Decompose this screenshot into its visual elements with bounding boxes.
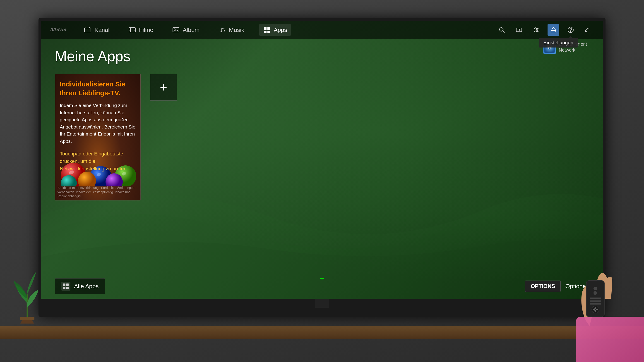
svg-point-53 (594, 287, 597, 290)
bottom-bar: Alle Apps OPTIONS Optionen (41, 278, 603, 294)
svg-rect-49 (66, 287, 68, 289)
all-apps-button[interactable]: Alle Apps (55, 278, 105, 294)
nav-item-kanal[interactable]: Kanal (80, 24, 113, 36)
remote-hand (576, 253, 621, 326)
nav-item-album[interactable]: Album (168, 24, 203, 36)
nav-label-apps: Apps (274, 26, 287, 33)
all-apps-grid-icon (61, 282, 70, 291)
svg-rect-56 (590, 301, 601, 302)
svg-point-13 (224, 30, 225, 31)
apps-area: + (150, 74, 589, 200)
svg-point-25 (536, 29, 538, 30)
suitcase-button[interactable] (548, 24, 559, 36)
svg-rect-0 (84, 28, 91, 32)
help-button[interactable] (565, 24, 576, 36)
shelf (0, 326, 644, 339)
nav-label-musik: Musik (229, 26, 244, 33)
nav-item-apps[interactable]: Apps (259, 24, 291, 36)
svg-point-31 (570, 31, 571, 32)
svg-rect-57 (590, 303, 601, 305)
plant-decoration (11, 263, 43, 326)
add-app-plus-icon: + (160, 81, 167, 94)
svg-point-24 (535, 27, 536, 29)
promo-text: Individualisieren Sie Ihren Lieblings-TV… (55, 74, 140, 178)
tv-stand (288, 299, 356, 317)
add-app-button[interactable]: + (150, 74, 177, 101)
nav-label-filme: Filme (139, 26, 154, 33)
svg-point-18 (500, 27, 503, 31)
photo-icon (172, 26, 180, 34)
svg-rect-17 (268, 31, 270, 33)
settings-small-button[interactable] (530, 24, 542, 36)
promo-instruction: Touchpad oder Eingabetaste drücken, um d… (60, 150, 136, 172)
music-icon (218, 26, 226, 34)
search-button[interactable] (496, 24, 508, 36)
nav-item-musik[interactable]: Musik (214, 24, 248, 36)
nav-bar: BRAVIA Kanal (41, 21, 603, 39)
svg-rect-3 (129, 27, 136, 32)
tv-icon (84, 26, 92, 34)
rss-button[interactable] (582, 24, 594, 36)
promo-card: Individualisieren Sie Ihren Lieblings-TV… (55, 74, 141, 200)
svg-rect-16 (264, 31, 266, 33)
content-layout: Individualisieren Sie Ihren Lieblings-TV… (55, 74, 589, 200)
svg-rect-10 (173, 27, 179, 32)
promo-body: Indem Sie eine Verbindung zum Internet h… (60, 102, 136, 145)
apps-grid: + (150, 74, 589, 101)
apps-icon (263, 26, 271, 34)
svg-point-12 (220, 31, 222, 32)
page-title: Meine Apps (55, 48, 589, 65)
input-button[interactable] (513, 24, 525, 36)
power-indicator (320, 278, 324, 279)
main-content: Meine Apps (41, 39, 603, 299)
tv-stand-base (288, 308, 356, 317)
svg-rect-50 (20, 317, 34, 320)
svg-rect-14 (264, 27, 266, 30)
nav-items: Kanal Film (80, 24, 496, 36)
svg-rect-55 (590, 298, 601, 299)
svg-rect-46 (63, 284, 66, 286)
options-key: OPTIONS (525, 281, 561, 292)
tv-unit: BRAVIA Kanal (38, 18, 606, 317)
nav-right-icons (496, 24, 594, 36)
nav-label-album: Album (183, 26, 200, 33)
svg-point-54 (594, 291, 597, 295)
nav-label-kanal: Kanal (94, 26, 110, 33)
promo-disclaimer: Breitband-Internetverbindung erforderlic… (58, 186, 138, 198)
svg-point-26 (535, 31, 536, 32)
settings-tooltip: Einstellungen (539, 38, 578, 47)
film-icon (128, 26, 136, 34)
promo-title: Individualisieren Sie Ihren Lieblings-TV… (60, 80, 136, 97)
brand-logo: BRAVIA (50, 27, 66, 32)
nav-item-filme[interactable]: Filme (124, 24, 157, 36)
svg-rect-47 (66, 284, 68, 286)
svg-point-32 (586, 31, 586, 32)
svg-line-19 (503, 31, 504, 32)
tv-stand-neck (315, 299, 329, 308)
svg-rect-48 (63, 287, 66, 289)
svg-rect-15 (268, 27, 270, 30)
fabric-decoration (576, 317, 644, 362)
tv-screen: BRAVIA Kanal (41, 21, 603, 299)
all-apps-label: Alle Apps (74, 283, 98, 290)
